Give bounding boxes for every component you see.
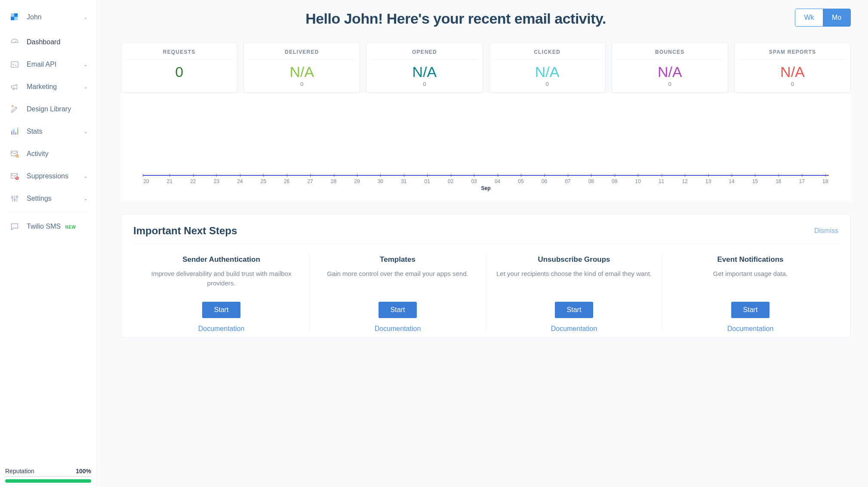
next-step-title: Event Notifications <box>670 255 831 264</box>
sidebar-item-label: Activity <box>27 150 88 158</box>
toggle-month[interactable]: Mo <box>823 9 850 26</box>
sliders-icon <box>9 193 20 204</box>
chart-tick: 29 <box>353 178 361 184</box>
mail-block-icon <box>9 171 20 181</box>
chart-tick: 17 <box>797 178 806 184</box>
start-button[interactable]: Start <box>379 302 417 318</box>
sidebar-item-marketing[interactable]: Marketing ⌄ <box>0 76 96 98</box>
svg-rect-2 <box>11 17 14 20</box>
sidebar-item-design-library[interactable]: Design Library <box>0 98 96 120</box>
new-badge: NEW <box>65 225 76 230</box>
stat-spam[interactable]: SPAM REPORTS N/A 0 <box>734 43 851 93</box>
svg-rect-1 <box>14 13 18 17</box>
chart-tick: 21 <box>165 178 174 184</box>
svg-rect-4 <box>11 62 18 67</box>
stat-title: DELIVERED <box>248 49 355 60</box>
svg-point-9 <box>12 130 12 131</box>
reputation-bar <box>5 479 91 483</box>
sidebar-item-label: Design Library <box>27 105 88 113</box>
chart-x-axis <box>143 175 829 176</box>
chart-tick: 20 <box>142 178 151 184</box>
chart-tick: 25 <box>259 178 268 184</box>
start-button[interactable]: Start <box>555 302 594 318</box>
stat-title: SPAM REPORTS <box>739 49 846 60</box>
stat-sub: 0 <box>616 81 723 87</box>
stat-clicked[interactable]: CLICKED N/A 0 <box>489 43 606 93</box>
chart-tick: 08 <box>587 178 595 184</box>
dismiss-link[interactable]: Dismiss <box>814 227 838 235</box>
chart-tick: 18 <box>821 178 830 184</box>
next-step-card: Unsubscribe GroupsLet your recipients ch… <box>486 254 662 333</box>
chevron-down-icon: ⌄ <box>83 173 88 179</box>
chart-tick: 13 <box>704 178 713 184</box>
svg-point-20 <box>14 199 15 201</box>
sidebar-item-label: Suppressions <box>27 172 83 180</box>
sidebar-item-suppressions[interactable]: Suppressions ⌄ <box>0 165 96 187</box>
svg-rect-14 <box>11 174 18 178</box>
stat-bounces[interactable]: BOUNCES N/A 0 <box>612 43 728 93</box>
sidebar: John ⌄ Dashboard Email API ⌄ <box>0 0 97 487</box>
chart-tick: 28 <box>329 178 338 184</box>
stat-sub: 0 <box>739 81 846 87</box>
documentation-link[interactable]: Documentation <box>670 325 831 333</box>
sidebar-item-activity[interactable]: Activity <box>0 143 96 165</box>
account-switcher[interactable]: John ⌄ <box>0 9 96 31</box>
reputation-widget[interactable]: Reputation 100% <box>0 464 96 487</box>
sidebar-item-label: Marketing <box>27 83 83 91</box>
sidebar-item-twilio-sms[interactable]: Twilio SMS NEW <box>0 215 96 238</box>
stat-title: OPENED <box>371 49 478 60</box>
documentation-link[interactable]: Documentation <box>494 325 654 333</box>
next-step-desc: Let your recipients choose the kind of e… <box>494 269 654 299</box>
sidebar-item-label: Email API <box>27 61 83 68</box>
start-button[interactable]: Start <box>731 302 770 318</box>
start-button[interactable]: Start <box>202 302 241 318</box>
logo-icon <box>9 12 20 22</box>
chart-tick: 30 <box>376 178 385 184</box>
next-step-desc: Get important usage data. <box>670 269 831 299</box>
toggle-week[interactable]: Wk <box>795 9 823 26</box>
chart-month-label: Sep <box>121 185 850 191</box>
reputation-percent: 100% <box>76 468 91 475</box>
stat-value: 0 <box>126 64 233 80</box>
chart-tick: 15 <box>751 178 759 184</box>
chart-tick: 05 <box>517 178 525 184</box>
reputation-label: Reputation <box>5 468 34 475</box>
next-step-card: Sender AuthenticationImprove deliverabil… <box>133 254 310 333</box>
chevron-down-icon: ⌄ <box>83 84 88 90</box>
stat-value: N/A <box>371 64 478 80</box>
documentation-link[interactable]: Documentation <box>317 325 478 333</box>
next-step-title: Unsubscribe Groups <box>494 255 654 264</box>
stat-requests[interactable]: REQUESTS 0 <box>121 43 237 93</box>
sidebar-item-label: Twilio SMS NEW <box>27 223 88 230</box>
megaphone-icon <box>9 82 20 92</box>
stat-title: REQUESTS <box>126 49 233 60</box>
stat-sub: 0 <box>494 81 601 87</box>
sidebar-item-settings[interactable]: Settings ⌄ <box>0 187 96 210</box>
chart-tick: 09 <box>610 178 619 184</box>
next-step-title: Sender Authentication <box>141 255 302 264</box>
chart-tick: 07 <box>563 178 572 184</box>
sidebar-item-email-api[interactable]: Email API ⌄ <box>0 53 96 76</box>
sidebar-item-stats[interactable]: Stats ⌄ <box>0 120 96 143</box>
sidebar-item-label: Stats <box>27 128 83 135</box>
svg-point-21 <box>16 196 18 198</box>
stat-opened[interactable]: OPENED N/A 0 <box>366 43 483 93</box>
gauge-icon <box>9 37 20 47</box>
svg-point-10 <box>13 129 14 130</box>
next-step-card: Event NotificationsGet important usage d… <box>662 254 838 333</box>
stat-sub: 0 <box>371 81 478 87</box>
stat-delivered[interactable]: DELIVERED N/A 0 <box>243 43 360 93</box>
documentation-link[interactable]: Documentation <box>141 325 302 333</box>
mail-search-icon <box>9 149 20 159</box>
chevron-down-icon: ⌄ <box>83 196 88 202</box>
sidebar-item-label: Settings <box>27 195 83 202</box>
chevron-down-icon: ⌄ <box>83 14 88 20</box>
sidebar-item-dashboard[interactable]: Dashboard <box>0 31 96 53</box>
sidebar-item-label: Dashboard <box>27 38 88 46</box>
chevron-down-icon: ⌄ <box>83 61 88 67</box>
stat-value: N/A <box>248 64 355 80</box>
next-steps-title: Important Next Steps <box>133 225 814 237</box>
stat-value: N/A <box>739 64 846 80</box>
next-step-desc: Improve deliverability and build trust w… <box>141 269 302 299</box>
stat-value: N/A <box>494 64 601 80</box>
